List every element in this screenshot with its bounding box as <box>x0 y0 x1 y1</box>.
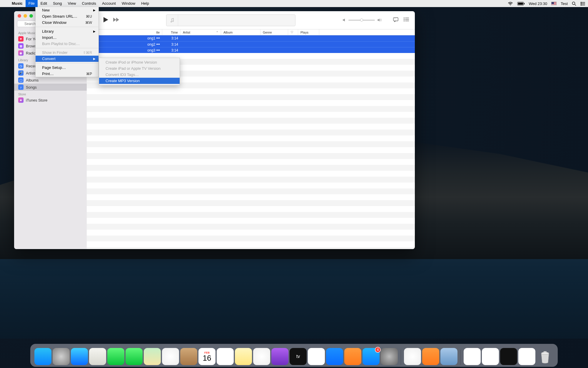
menubar-item-file[interactable]: File <box>26 0 38 7</box>
dock-icon-doc1[interactable] <box>464 348 481 365</box>
menu-item-open-stream-url-[interactable]: Open Stream URL…⌘U <box>36 13 98 19</box>
svg-point-8 <box>581 2 582 3</box>
empty-row <box>87 94 415 100</box>
close-window-button[interactable] <box>18 14 21 18</box>
heart-icon: ♥ <box>18 36 24 42</box>
play-icon[interactable] <box>103 17 108 24</box>
menu-item-convert[interactable]: Convert▶ <box>36 56 98 62</box>
empty-row <box>87 236 415 241</box>
dock-icon-launchpad[interactable] <box>53 348 70 365</box>
volume-control[interactable] <box>343 18 382 23</box>
notification-center-icon[interactable] <box>580 2 585 6</box>
dock-icon-keynote[interactable] <box>326 348 343 365</box>
note-icon: ♪ <box>18 84 24 90</box>
column-love[interactable]: ♡ <box>288 29 298 35</box>
submenu-arrow-icon: ▶ <box>93 30 96 33</box>
wifi-icon[interactable] <box>508 2 513 6</box>
minimize-window-button[interactable] <box>24 14 27 18</box>
dock-separator <box>401 350 401 365</box>
dock-icon-podcasts[interactable] <box>271 348 288 365</box>
clock-icon: ◷ <box>18 63 24 69</box>
dock-icon-facetime[interactable] <box>126 348 143 365</box>
battery-icon[interactable] <box>517 2 525 6</box>
menubar-item-view[interactable]: View <box>65 0 79 7</box>
empty-row <box>87 159 415 165</box>
column-plays[interactable]: Plays <box>298 29 319 35</box>
dock-icon-safari[interactable] <box>71 348 88 365</box>
column-album[interactable]: Album <box>221 29 260 35</box>
dock-icon-terminal[interactable] <box>500 348 517 365</box>
empty-row <box>87 171 415 177</box>
input-source-flag-icon[interactable] <box>551 2 557 5</box>
dock-icon-chrome[interactable] <box>404 348 421 365</box>
menu-item-new[interactable]: New▶ <box>36 7 98 13</box>
file-menu-dropdown: New▶Open Stream URL…⌘UClose Window⌘WLibr… <box>35 7 99 77</box>
dock-icon-appstore[interactable]: 4 <box>363 348 380 365</box>
dock-icon-trash[interactable] <box>537 348 554 365</box>
volume-knob[interactable] <box>360 19 363 21</box>
main-content: ” tle Time Artist⌃ Album Genre ♡ Plays o… <box>87 11 415 249</box>
dock-icon-numbers[interactable] <box>308 348 325 365</box>
menubar-item-help[interactable]: Help <box>138 0 152 7</box>
empty-row <box>87 106 415 112</box>
menubar-item-window[interactable]: Window <box>119 0 138 7</box>
dock-icon-preferences[interactable] <box>381 348 398 365</box>
column-genre[interactable]: Genre <box>260 29 288 35</box>
song-row[interactable]: ong1 •••3:14 <box>87 35 415 41</box>
menubar-app-name[interactable]: Music <box>9 0 26 7</box>
submenu-item-create-ipod-or-iphone-version: Create iPod or iPhone Version <box>99 59 180 65</box>
dock-icon-vlc[interactable] <box>422 348 439 365</box>
empty-row <box>87 200 415 206</box>
column-time[interactable]: Time <box>162 29 181 35</box>
menubar-user[interactable]: Test <box>561 1 568 6</box>
menubar-item-account[interactable]: Account <box>99 0 119 7</box>
dock-icon-calendar[interactable]: FEB16 <box>198 348 216 365</box>
dock-icon-notes[interactable] <box>235 348 252 365</box>
dock-icon-photos[interactable] <box>162 348 179 365</box>
dock-icon-pages[interactable] <box>344 348 361 365</box>
dock-icon-doc2[interactable] <box>482 348 499 365</box>
spotlight-icon[interactable] <box>572 1 576 6</box>
dock-icon-messages[interactable] <box>107 348 124 365</box>
empty-row <box>87 230 415 236</box>
menu-item-import-[interactable]: Import… <box>36 34 98 41</box>
dock-icon-preview-img[interactable] <box>440 348 457 365</box>
dock-icon-finder[interactable] <box>34 348 51 365</box>
menu-item-close-window[interactable]: Close Window⌘W <box>36 19 98 26</box>
volume-slider[interactable] <box>348 20 375 21</box>
menu-item-print-[interactable]: Print…⌘P <box>36 71 98 77</box>
next-track-icon[interactable] <box>113 17 119 23</box>
zoom-window-button[interactable] <box>29 14 33 18</box>
empty-row <box>87 206 415 212</box>
sidebar-item-itunes-store[interactable]: ★iTunes Store <box>14 97 87 104</box>
dock-icon-reminders[interactable] <box>217 348 234 365</box>
lyrics-icon[interactable]: ” <box>393 17 398 23</box>
lcd-artwork-icon <box>166 15 178 26</box>
menubar-item-song[interactable]: Song <box>50 0 65 7</box>
dock-icon-music[interactable] <box>253 348 270 365</box>
toolbar: ” <box>87 11 415 29</box>
song-row[interactable]: ong3 •••3:14 <box>87 47 415 53</box>
sidebar-item-albums[interactable]: ▢Albums <box>14 77 87 84</box>
dock-icon-mail[interactable] <box>89 348 106 365</box>
empty-row <box>87 247 415 249</box>
convert-submenu: Create iPod or iPhone VersionCreate iPad… <box>99 58 180 85</box>
menu-item-library[interactable]: Library▶ <box>36 28 98 34</box>
menubar-item-edit[interactable]: Edit <box>38 0 50 7</box>
dock-icon-textedit[interactable] <box>518 348 535 365</box>
sidebar-item-songs[interactable]: ♪Songs <box>14 84 87 91</box>
column-artist[interactable]: Artist⌃ <box>181 29 221 35</box>
empty-row <box>87 194 415 200</box>
dock-icon-tv[interactable]: tv <box>290 348 307 365</box>
queue-list-icon[interactable] <box>404 17 409 23</box>
menubar-clock[interactable]: Wed 23:30 <box>529 1 547 6</box>
dock-separator <box>460 350 461 365</box>
menu-item-page-setup-[interactable]: Page Setup… <box>36 64 98 71</box>
svg-point-19 <box>404 19 405 20</box>
dock-icon-contacts[interactable] <box>180 348 197 365</box>
dock-icon-maps[interactable] <box>144 348 161 365</box>
menubar-item-controls[interactable]: Controls <box>79 0 99 7</box>
svg-point-9 <box>581 3 582 4</box>
submenu-item-create-mp-version[interactable]: Create MP3 Version <box>99 78 180 84</box>
song-row[interactable]: ong2 •••3:14 <box>87 41 415 47</box>
